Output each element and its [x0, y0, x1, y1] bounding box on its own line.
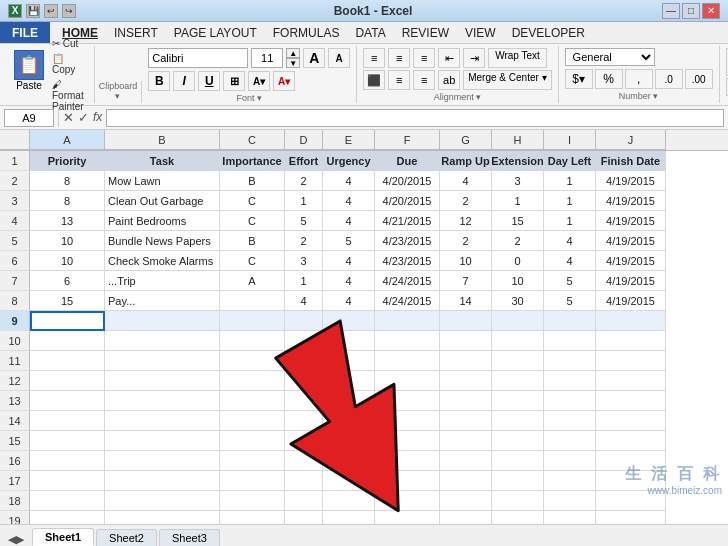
cell-i6[interactable]: 4 [544, 251, 596, 271]
cell-f8[interactable]: 4/24/2015 [375, 291, 440, 311]
cell-b1[interactable]: Task [105, 151, 220, 171]
row-header-12[interactable]: 12 [0, 371, 30, 391]
merge-center-button[interactable]: Merge & Center ▾ [463, 70, 551, 90]
cell-b7[interactable]: ...Trip [105, 271, 220, 291]
cell-g13[interactable] [440, 391, 492, 411]
cell-j19[interactable] [596, 511, 666, 524]
cell-e13[interactable] [323, 391, 375, 411]
row-header-9[interactable]: 9 [0, 311, 30, 331]
insert-menu[interactable]: INSERT [106, 22, 166, 43]
cell-a1[interactable]: Priority [30, 151, 105, 171]
cell-d2[interactable]: 2 [285, 171, 323, 191]
cell-b8[interactable]: Pay... [105, 291, 220, 311]
cell-i14[interactable] [544, 411, 596, 431]
decrease-indent-button[interactable]: ⇤ [438, 48, 460, 68]
cell-g7[interactable]: 7 [440, 271, 492, 291]
cell-e8[interactable]: 4 [323, 291, 375, 311]
cell-h13[interactable] [492, 391, 544, 411]
font-color-button[interactable]: A▾ [273, 71, 295, 91]
cell-a3[interactable]: 8 [30, 191, 105, 211]
wrap-text-button[interactable]: Wrap Text [488, 48, 547, 68]
row-header-19[interactable]: 19 [0, 511, 30, 524]
cell-g10[interactable] [440, 331, 492, 351]
cell-a9[interactable] [30, 311, 105, 331]
cell-f5[interactable]: 4/23/2015 [375, 231, 440, 251]
cell-d7[interactable]: 1 [285, 271, 323, 291]
cell-f17[interactable] [375, 471, 440, 491]
cell-g12[interactable] [440, 371, 492, 391]
cell-b9[interactable] [105, 311, 220, 331]
cell-b19[interactable] [105, 511, 220, 524]
cell-g14[interactable] [440, 411, 492, 431]
row-header-1[interactable]: 1 [0, 151, 30, 171]
cell-c14[interactable] [220, 411, 285, 431]
cell-i9[interactable] [544, 311, 596, 331]
cell-b3[interactable]: Clean Out Garbage [105, 191, 220, 211]
cell-f6[interactable]: 4/23/2015 [375, 251, 440, 271]
cell-c18[interactable] [220, 491, 285, 511]
cell-a8[interactable]: 15 [30, 291, 105, 311]
dollar-button[interactable]: $▾ [565, 69, 593, 89]
cell-a4[interactable]: 13 [30, 211, 105, 231]
percent-button[interactable]: % [595, 69, 623, 89]
cell-i5[interactable]: 4 [544, 231, 596, 251]
cancel-formula-icon[interactable]: ✕ [63, 110, 74, 125]
data-menu[interactable]: DATA [347, 22, 393, 43]
cell-c9[interactable] [220, 311, 285, 331]
cell-f3[interactable]: 4/20/2015 [375, 191, 440, 211]
cell-e10[interactable] [323, 331, 375, 351]
cell-e1[interactable]: Urgency [323, 151, 375, 171]
cell-f13[interactable] [375, 391, 440, 411]
cell-h6[interactable]: 0 [492, 251, 544, 271]
cell-c15[interactable] [220, 431, 285, 451]
cell-j15[interactable] [596, 431, 666, 451]
cell-c6[interactable]: C [220, 251, 285, 271]
cell-d8[interactable]: 4 [285, 291, 323, 311]
align-right-button[interactable]: ≡ [413, 70, 435, 90]
confirm-formula-icon[interactable]: ✓ [78, 110, 89, 125]
cell-g5[interactable]: 2 [440, 231, 492, 251]
cell-a13[interactable] [30, 391, 105, 411]
col-header-f[interactable]: F [375, 130, 440, 150]
cell-f9[interactable] [375, 311, 440, 331]
cell-a5[interactable]: 10 [30, 231, 105, 251]
underline-button[interactable]: U [198, 71, 220, 91]
format-painter-button[interactable]: 🖌 Format Painter [48, 78, 88, 113]
cell-j10[interactable] [596, 331, 666, 351]
cell-d9[interactable] [285, 311, 323, 331]
cell-j14[interactable] [596, 411, 666, 431]
align-top-left-button[interactable]: ≡ [363, 48, 385, 68]
cell-e18[interactable] [323, 491, 375, 511]
cell-d12[interactable] [285, 371, 323, 391]
cell-b16[interactable] [105, 451, 220, 471]
align-left-button[interactable]: ⬛ [363, 70, 385, 90]
cell-i15[interactable] [544, 431, 596, 451]
increase-decimal-button[interactable]: .00 [685, 69, 713, 89]
cell-h17[interactable] [492, 471, 544, 491]
cell-e9[interactable] [323, 311, 375, 331]
cell-d19[interactable] [285, 511, 323, 524]
cell-h14[interactable] [492, 411, 544, 431]
page-layout-menu[interactable]: PAGE LAYOUT [166, 22, 265, 43]
cell-h10[interactable] [492, 331, 544, 351]
cell-a18[interactable] [30, 491, 105, 511]
row-header-11[interactable]: 11 [0, 351, 30, 371]
cell-e17[interactable] [323, 471, 375, 491]
cell-e7[interactable]: 4 [323, 271, 375, 291]
cell-g6[interactable]: 10 [440, 251, 492, 271]
cell-j8[interactable]: 4/19/2015 [596, 291, 666, 311]
maximize-button[interactable]: □ [682, 3, 700, 19]
cell-c19[interactable] [220, 511, 285, 524]
row-header-5[interactable]: 5 [0, 231, 30, 251]
close-button[interactable]: ✕ [702, 3, 720, 19]
row-header-16[interactable]: 16 [0, 451, 30, 471]
view-menu[interactable]: VIEW [457, 22, 504, 43]
cell-b5[interactable]: Bundle News Papers [105, 231, 220, 251]
cell-d13[interactable] [285, 391, 323, 411]
col-header-j[interactable]: J [596, 130, 666, 150]
cell-j12[interactable] [596, 371, 666, 391]
cell-d18[interactable] [285, 491, 323, 511]
cell-a16[interactable] [30, 451, 105, 471]
row-header-17[interactable]: 17 [0, 471, 30, 491]
cell-g9[interactable] [440, 311, 492, 331]
